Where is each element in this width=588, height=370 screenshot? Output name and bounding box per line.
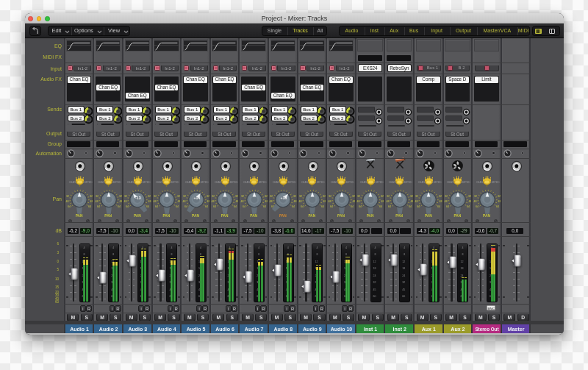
svg-text:CHAN: CHAN: [68, 181, 76, 184]
svg-text:CHAN: CHAN: [214, 181, 221, 184]
svg-text:LIMITED: LIMITED: [287, 181, 296, 184]
svg-text:48: 48: [182, 200, 185, 203]
svg-text:LIMITED: LIMITED: [403, 181, 412, 184]
svg-text:48: 48: [212, 200, 215, 203]
svg-text:64: 64: [126, 204, 129, 207]
svg-text:48: 48: [153, 200, 156, 203]
svg-text:48: 48: [66, 200, 69, 203]
svg-text:48: 48: [357, 200, 360, 203]
svg-text:64: 64: [379, 204, 382, 207]
svg-text:64: 64: [321, 204, 324, 207]
svg-text:48: 48: [298, 200, 301, 203]
svg-text:CHAN: CHAN: [476, 181, 484, 184]
svg-text:48: 48: [95, 200, 98, 203]
svg-text:64: 64: [68, 204, 71, 207]
svg-text:+18: +18: [281, 196, 287, 200]
svg-text:64: 64: [155, 204, 158, 207]
svg-text:LIMITED: LIMITED: [82, 181, 92, 184]
svg-text:LIMITED: LIMITED: [345, 181, 354, 184]
svg-text:CHAN: CHAN: [243, 181, 251, 184]
svg-text:64: 64: [496, 204, 499, 207]
svg-text:48: 48: [386, 200, 389, 203]
svg-text:64: 64: [263, 204, 266, 207]
svg-text:CHAN: CHAN: [359, 181, 367, 184]
svg-text:32: 32: [124, 195, 127, 198]
svg-text:LIMITED: LIMITED: [228, 181, 237, 184]
svg-text:32: 32: [154, 195, 157, 198]
svg-text:64: 64: [409, 204, 412, 207]
svg-text:64: 64: [446, 204, 449, 207]
svg-text:LIMITED: LIMITED: [461, 181, 470, 184]
svg-text:64: 64: [351, 204, 354, 207]
svg-text:32: 32: [299, 195, 302, 198]
svg-text:64: 64: [234, 204, 237, 207]
svg-text:48: 48: [270, 200, 273, 203]
svg-text:CHAN: CHAN: [127, 181, 135, 184]
svg-text:LIMITED: LIMITED: [490, 181, 500, 184]
svg-text:64: 64: [437, 204, 440, 207]
svg-text:LIMITED: LIMITED: [315, 181, 325, 184]
svg-text:32: 32: [183, 195, 186, 198]
svg-text:LIMITED: LIMITED: [432, 181, 442, 184]
svg-text:48: 48: [124, 200, 127, 203]
svg-text:64: 64: [205, 204, 208, 207]
svg-text:32: 32: [387, 195, 390, 198]
svg-text:CHAN: CHAN: [418, 181, 426, 184]
svg-text:CHAN: CHAN: [185, 181, 193, 184]
svg-text:LIMITED: LIMITED: [257, 181, 267, 184]
svg-text:32: 32: [329, 195, 331, 198]
svg-text:32: 32: [445, 195, 448, 198]
svg-text:64: 64: [388, 204, 391, 207]
svg-text:32: 32: [357, 195, 360, 198]
svg-text:CHAN: CHAN: [301, 181, 309, 184]
svg-text:LIMITED: LIMITED: [112, 181, 121, 184]
svg-text:LIMITED: LIMITED: [373, 181, 383, 184]
svg-text:32: 32: [270, 195, 273, 198]
svg-text:64: 64: [146, 204, 149, 207]
svg-text:64: 64: [88, 204, 91, 207]
svg-text:CHAN: CHAN: [331, 181, 338, 184]
svg-text:64: 64: [301, 204, 304, 207]
svg-text:32: 32: [241, 195, 244, 198]
svg-text:32: 32: [415, 195, 418, 198]
svg-text:64: 64: [213, 204, 216, 207]
svg-text:48: 48: [473, 200, 476, 203]
svg-text:CHAN: CHAN: [447, 181, 454, 184]
svg-text:32: 32: [66, 195, 69, 198]
svg-text:48: 48: [444, 200, 447, 203]
svg-text:64: 64: [329, 204, 332, 207]
svg-text:48: 48: [240, 200, 243, 203]
svg-text:CHAN: CHAN: [273, 181, 280, 184]
svg-text:48: 48: [328, 200, 331, 203]
svg-text:LIMITED: LIMITED: [199, 181, 209, 184]
svg-text:64: 64: [118, 204, 121, 207]
svg-text:LIMITED: LIMITED: [170, 181, 179, 184]
svg-text:CHAN: CHAN: [98, 181, 105, 184]
svg-text:64: 64: [97, 204, 100, 207]
svg-text:64: 64: [475, 204, 478, 207]
svg-text:64: 64: [292, 204, 295, 207]
svg-text:CHAN: CHAN: [389, 181, 396, 184]
svg-text:64: 64: [176, 204, 179, 207]
svg-text:-13: -13: [135, 196, 141, 200]
svg-text:+14: +14: [193, 196, 200, 200]
svg-text:48: 48: [415, 200, 418, 203]
svg-text:32: 32: [212, 195, 215, 198]
svg-text:64: 64: [243, 204, 245, 207]
svg-text:64: 64: [467, 204, 470, 207]
svg-text:32: 32: [474, 195, 477, 198]
svg-text:LIMITED: LIMITED: [141, 181, 151, 184]
svg-text:32: 32: [96, 195, 98, 198]
svg-text:64: 64: [359, 204, 362, 207]
svg-text:64: 64: [417, 204, 420, 207]
svg-text:CHAN: CHAN: [156, 181, 163, 184]
svg-text:64: 64: [184, 204, 187, 207]
